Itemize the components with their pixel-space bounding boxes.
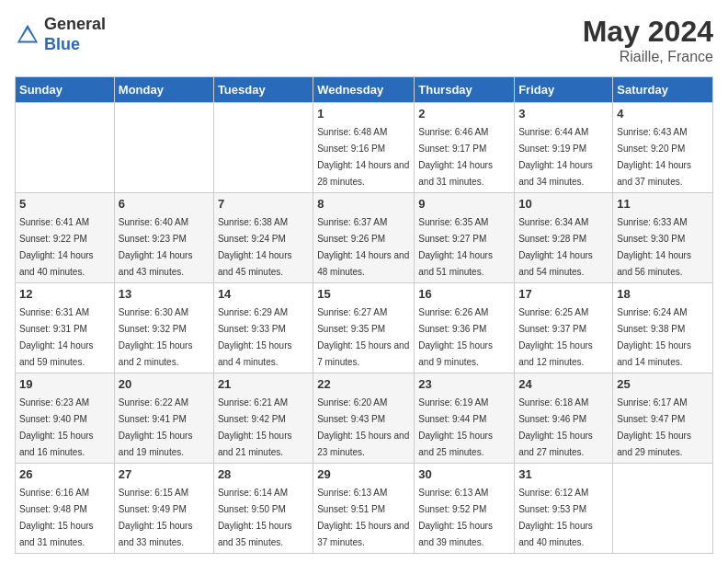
day-info: Sunrise: 6:41 AM Sunset: 9:22 PM Dayligh… [19, 217, 94, 277]
calendar-cell: 17Sunrise: 6:25 AM Sunset: 9:37 PM Dayli… [515, 283, 613, 373]
day-info: Sunrise: 6:26 AM Sunset: 9:36 PM Dayligh… [418, 307, 493, 367]
calendar-cell: 23Sunrise: 6:19 AM Sunset: 9:44 PM Dayli… [415, 373, 515, 464]
day-info: Sunrise: 6:17 AM Sunset: 9:47 PM Dayligh… [617, 397, 691, 457]
calendar-cell [114, 103, 213, 193]
calendar-cell: 29Sunrise: 6:13 AM Sunset: 9:51 PM Dayli… [313, 464, 415, 554]
day-info: Sunrise: 6:40 AM Sunset: 9:23 PM Dayligh… [119, 217, 193, 277]
week-row-4: 26Sunrise: 6:16 AM Sunset: 9:48 PM Dayli… [16, 464, 713, 554]
day-info: Sunrise: 6:29 AM Sunset: 9:33 PM Dayligh… [218, 307, 292, 367]
logo-icon [15, 22, 40, 48]
day-number: 29 [317, 467, 410, 481]
calendar-cell: 18Sunrise: 6:24 AM Sunset: 9:38 PM Dayli… [613, 283, 713, 373]
day-number: 8 [317, 197, 410, 211]
day-info: Sunrise: 6:38 AM Sunset: 9:24 PM Dayligh… [218, 217, 292, 277]
day-info: Sunrise: 6:31 AM Sunset: 9:31 PM Dayligh… [19, 307, 94, 367]
day-number: 20 [119, 377, 210, 391]
page-header: General Blue May 2024 Riaille, France [15, 15, 713, 65]
day-number: 16 [418, 287, 510, 301]
day-info: Sunrise: 6:43 AM Sunset: 9:20 PM Dayligh… [617, 127, 691, 187]
calendar-cell: 13Sunrise: 6:30 AM Sunset: 9:32 PM Dayli… [114, 283, 213, 373]
calendar-cell [613, 464, 713, 554]
week-row-1: 5Sunrise: 6:41 AM Sunset: 9:22 PM Daylig… [16, 193, 713, 283]
calendar-cell: 21Sunrise: 6:21 AM Sunset: 9:42 PM Dayli… [213, 373, 313, 464]
day-info: Sunrise: 6:46 AM Sunset: 9:17 PM Dayligh… [418, 127, 493, 187]
day-number: 12 [19, 287, 110, 301]
day-number: 11 [617, 197, 709, 211]
day-number: 13 [119, 287, 210, 301]
logo-general-text: General [44, 15, 106, 35]
day-number: 2 [418, 107, 510, 121]
day-info: Sunrise: 6:30 AM Sunset: 9:32 PM Dayligh… [119, 307, 193, 367]
logo-blue-text: Blue [44, 35, 106, 55]
day-info: Sunrise: 6:44 AM Sunset: 9:19 PM Dayligh… [518, 127, 593, 187]
calendar-cell: 7Sunrise: 6:38 AM Sunset: 9:24 PM Daylig… [213, 193, 313, 283]
day-number: 3 [518, 107, 609, 121]
day-info: Sunrise: 6:48 AM Sunset: 9:16 PM Dayligh… [317, 127, 409, 187]
calendar-cell: 3Sunrise: 6:44 AM Sunset: 9:19 PM Daylig… [515, 103, 613, 193]
logo: General Blue [15, 15, 106, 54]
day-number: 7 [218, 197, 309, 211]
calendar-cell: 28Sunrise: 6:14 AM Sunset: 9:50 PM Dayli… [213, 464, 313, 554]
day-number: 31 [518, 467, 609, 481]
calendar-table: SundayMondayTuesdayWednesdayThursdayFrid… [15, 76, 713, 554]
day-info: Sunrise: 6:34 AM Sunset: 9:28 PM Dayligh… [518, 217, 593, 277]
day-info: Sunrise: 6:33 AM Sunset: 9:30 PM Dayligh… [617, 217, 691, 277]
week-row-2: 12Sunrise: 6:31 AM Sunset: 9:31 PM Dayli… [16, 283, 713, 373]
calendar-cell: 20Sunrise: 6:22 AM Sunset: 9:41 PM Dayli… [114, 373, 213, 464]
calendar-cell: 1Sunrise: 6:48 AM Sunset: 9:16 PM Daylig… [313, 103, 415, 193]
weekday-header-tuesday: Tuesday [213, 77, 313, 103]
logo-text: General Blue [44, 15, 106, 54]
location-subtitle: Riaille, France [583, 49, 713, 65]
day-number: 30 [418, 467, 510, 481]
day-info: Sunrise: 6:14 AM Sunset: 9:50 PM Dayligh… [218, 488, 292, 547]
day-info: Sunrise: 6:15 AM Sunset: 9:49 PM Dayligh… [119, 488, 193, 547]
weekday-header-friday: Friday [515, 77, 613, 103]
day-number: 4 [617, 107, 709, 121]
weekday-header-thursday: Thursday [415, 77, 515, 103]
weekday-header-sunday: Sunday [16, 77, 115, 103]
day-info: Sunrise: 6:13 AM Sunset: 9:52 PM Dayligh… [418, 488, 493, 547]
day-info: Sunrise: 6:20 AM Sunset: 9:43 PM Dayligh… [317, 397, 409, 457]
day-number: 5 [19, 197, 110, 211]
weekday-header-monday: Monday [114, 77, 213, 103]
day-info: Sunrise: 6:13 AM Sunset: 9:51 PM Dayligh… [317, 488, 409, 547]
day-number: 24 [518, 377, 609, 391]
calendar-cell: 16Sunrise: 6:26 AM Sunset: 9:36 PM Dayli… [415, 283, 515, 373]
calendar-cell: 30Sunrise: 6:13 AM Sunset: 9:52 PM Dayli… [415, 464, 515, 554]
day-number: 15 [317, 287, 410, 301]
calendar-cell: 24Sunrise: 6:18 AM Sunset: 9:46 PM Dayli… [515, 373, 613, 464]
day-number: 1 [317, 107, 410, 121]
day-info: Sunrise: 6:21 AM Sunset: 9:42 PM Dayligh… [218, 397, 292, 457]
day-info: Sunrise: 6:25 AM Sunset: 9:37 PM Dayligh… [518, 307, 593, 367]
day-number: 10 [518, 197, 609, 211]
calendar-cell: 19Sunrise: 6:23 AM Sunset: 9:40 PM Dayli… [16, 373, 115, 464]
calendar-cell: 15Sunrise: 6:27 AM Sunset: 9:35 PM Dayli… [313, 283, 415, 373]
calendar-cell: 6Sunrise: 6:40 AM Sunset: 9:23 PM Daylig… [114, 193, 213, 283]
weekday-header-saturday: Saturday [613, 77, 713, 103]
week-row-3: 19Sunrise: 6:23 AM Sunset: 9:40 PM Dayli… [16, 373, 713, 464]
calendar-cell: 2Sunrise: 6:46 AM Sunset: 9:17 PM Daylig… [415, 103, 515, 193]
day-info: Sunrise: 6:22 AM Sunset: 9:41 PM Dayligh… [119, 397, 193, 457]
calendar-cell: 9Sunrise: 6:35 AM Sunset: 9:27 PM Daylig… [415, 193, 515, 283]
day-info: Sunrise: 6:12 AM Sunset: 9:53 PM Dayligh… [518, 488, 593, 547]
day-info: Sunrise: 6:19 AM Sunset: 9:44 PM Dayligh… [418, 397, 493, 457]
day-info: Sunrise: 6:24 AM Sunset: 9:38 PM Dayligh… [617, 307, 691, 367]
calendar-cell [213, 103, 313, 193]
calendar-cell: 12Sunrise: 6:31 AM Sunset: 9:31 PM Dayli… [16, 283, 115, 373]
day-number: 6 [119, 197, 210, 211]
day-info: Sunrise: 6:37 AM Sunset: 9:26 PM Dayligh… [317, 217, 409, 277]
day-number: 9 [418, 197, 510, 211]
day-number: 28 [218, 467, 309, 481]
day-info: Sunrise: 6:35 AM Sunset: 9:27 PM Dayligh… [418, 217, 493, 277]
weekday-header-wednesday: Wednesday [313, 77, 415, 103]
calendar-cell: 8Sunrise: 6:37 AM Sunset: 9:26 PM Daylig… [313, 193, 415, 283]
day-number: 22 [317, 377, 410, 391]
day-number: 26 [19, 467, 110, 481]
day-number: 27 [119, 467, 210, 481]
day-number: 21 [218, 377, 309, 391]
day-number: 19 [19, 377, 110, 391]
title-area: May 2024 Riaille, France [583, 15, 713, 65]
calendar-cell: 14Sunrise: 6:29 AM Sunset: 9:33 PM Dayli… [213, 283, 313, 373]
calendar-cell: 31Sunrise: 6:12 AM Sunset: 9:53 PM Dayli… [515, 464, 613, 554]
day-number: 23 [418, 377, 510, 391]
